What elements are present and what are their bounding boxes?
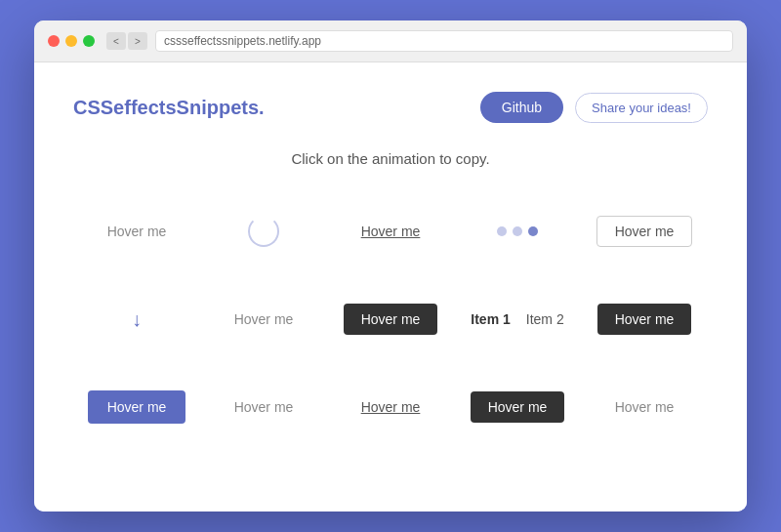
hover-underline-r1c3[interactable]: Hover me (361, 224, 421, 239)
site-title: CSSeffectsSnippets. (73, 97, 265, 119)
dark-button-r2c3[interactable]: Hover me (344, 304, 438, 335)
spinner-circle[interactable] (248, 216, 279, 247)
demos-grid: Hover me Hover me Hover me ↓ (73, 202, 708, 436)
hover-text-r2c2[interactable]: Hover me (234, 311, 294, 327)
hover-text-r3c2[interactable]: Hover me (234, 399, 294, 415)
subtitle: Click on the animation to copy. (73, 150, 708, 167)
items-nav: Item 1 Item 2 (471, 311, 563, 327)
hover-text-r1c1[interactable]: Hover me (107, 224, 167, 239)
hover-text-r3c5[interactable]: Hover me (615, 399, 675, 415)
browser-content: CSSeffectsSnippets. Github Share your id… (34, 62, 747, 512)
dark-button-r3c4[interactable]: Hover me (471, 391, 565, 423)
github-button[interactable]: Github (480, 92, 563, 123)
browser-window: < > CSSeffectsSnippets. Github Share you… (34, 20, 747, 512)
dark-button-r2c5[interactable]: Hover me (597, 304, 692, 335)
demo-cell-r2c5[interactable]: Hover me (581, 290, 708, 348)
dot-2 (513, 226, 522, 236)
demo-cell-r1c2 (200, 202, 327, 261)
demo-cell-r2c2[interactable]: Hover me (200, 290, 327, 348)
demo-cell-r3c5[interactable]: Hover me (581, 378, 708, 436)
back-button[interactable]: < (106, 32, 126, 50)
demo-cell-r1c1[interactable]: Hover me (73, 202, 200, 261)
traffic-light-red (48, 35, 60, 47)
site-title-dot: . (259, 97, 265, 118)
dots-loader[interactable] (497, 226, 538, 236)
demo-cell-r1c5[interactable]: Hover me (581, 202, 708, 261)
demo-cell-r1c4[interactable] (454, 202, 581, 261)
header-buttons: Github Share your ideas! (480, 92, 708, 123)
traffic-light-yellow (65, 35, 77, 47)
demo-cell-r3c3[interactable]: Hover me (327, 378, 454, 436)
dot-1 (497, 226, 507, 236)
nav-item-1[interactable]: Item 1 (471, 311, 510, 327)
site-title-text: CSSeffectsSnippets (73, 97, 259, 118)
demo-cell-r2c4[interactable]: Item 1 Item 2 (454, 290, 581, 348)
dot-3 (528, 226, 538, 236)
demo-cell-r3c1[interactable]: Hover me (73, 378, 200, 436)
arrow-down-icon[interactable]: ↓ (132, 308, 142, 331)
demo-cell-r1c3[interactable]: Hover me (327, 202, 454, 261)
demo-cell-r2c3[interactable]: Hover me (327, 290, 454, 348)
traffic-lights (48, 35, 95, 47)
hover-border-button[interactable]: Hover me (596, 216, 693, 247)
demo-cell-r2c1[interactable]: ↓ (73, 290, 200, 348)
nav-item-2[interactable]: Item 2 (526, 311, 564, 327)
share-button[interactable]: Share your ideas! (575, 93, 708, 123)
browser-titlebar: < > (34, 20, 747, 62)
blue-button-r3c1[interactable]: Hover me (88, 390, 186, 424)
hover-underline-r3c3[interactable]: Hover me (361, 399, 421, 415)
forward-button[interactable]: > (128, 32, 147, 50)
demo-cell-r3c4[interactable]: Hover me (454, 378, 581, 436)
site-header: CSSeffectsSnippets. Github Share your id… (73, 92, 708, 123)
demo-cell-r3c2[interactable]: Hover me (200, 378, 327, 436)
address-bar[interactable] (155, 30, 733, 52)
nav-buttons: < > (106, 32, 147, 50)
traffic-light-green (83, 35, 95, 47)
